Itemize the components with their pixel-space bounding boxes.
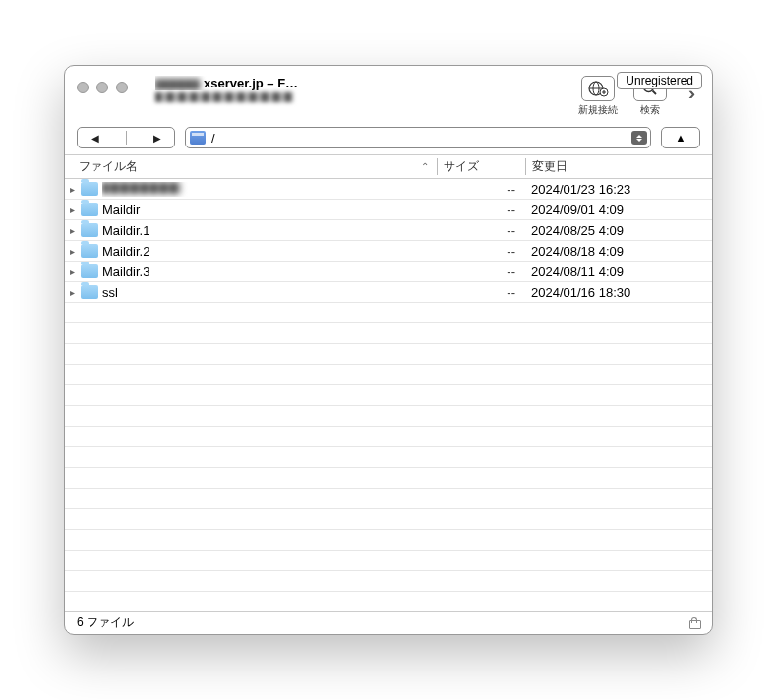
go-up-button[interactable]: ▲ xyxy=(661,127,700,148)
disclosure-triangle-icon[interactable]: ▸ xyxy=(65,225,79,236)
window-controls xyxy=(77,82,128,93)
empty-row xyxy=(65,344,712,365)
status-bar: 6 ファイル xyxy=(65,611,712,634)
empty-row xyxy=(65,323,712,344)
window-title: xserver.jp – F… xyxy=(155,76,567,90)
disclosure-triangle-icon[interactable]: ▸ xyxy=(65,246,79,257)
file-modified: 2024/01/23 16:23 xyxy=(525,182,712,197)
path-input[interactable]: / xyxy=(185,127,651,148)
file-modified: 2024/09/01 4:09 xyxy=(525,203,712,217)
nav-divider xyxy=(126,131,127,145)
file-row[interactable]: ▸ssl--2024/01/16 18:30 xyxy=(65,282,712,303)
folder-icon xyxy=(81,264,98,278)
folder-icon xyxy=(81,223,98,237)
path-dropdown-button[interactable] xyxy=(631,131,647,145)
disclosure-triangle-icon[interactable]: ▸ xyxy=(65,287,79,298)
file-modified: 2024/08/11 4:09 xyxy=(525,264,712,279)
file-name: ssl xyxy=(102,285,437,300)
column-header-modified[interactable]: 変更日 xyxy=(525,158,712,175)
new-connection-button[interactable]: 新規接続 xyxy=(574,76,622,117)
file-name: Maildir xyxy=(102,203,437,217)
file-row[interactable]: ▸Maildir.2--2024/08/18 4:09 xyxy=(65,241,712,262)
file-modified: 2024/01/16 18:30 xyxy=(525,285,712,300)
disk-icon xyxy=(190,131,206,145)
folder-icon xyxy=(81,182,98,196)
empty-row xyxy=(65,551,712,571)
folder-icon xyxy=(81,244,98,258)
file-size: -- xyxy=(437,182,525,197)
search-label: 検索 xyxy=(640,103,660,117)
empty-row xyxy=(65,406,712,427)
empty-row xyxy=(65,489,712,509)
disclosure-triangle-icon[interactable]: ▸ xyxy=(65,266,79,277)
file-name: Maildir.1 xyxy=(102,223,437,238)
folder-icon xyxy=(81,203,98,216)
empty-row xyxy=(65,509,712,530)
file-count-label: 6 ファイル xyxy=(77,614,134,631)
file-row[interactable]: ▸--2024/01/23 16:23 xyxy=(65,179,712,200)
empty-row xyxy=(65,365,712,385)
close-window-button[interactable] xyxy=(77,82,89,93)
file-list[interactable]: ▸--2024/01/23 16:23▸Maildir--2024/09/01 … xyxy=(65,179,712,611)
forward-button[interactable]: ▶ xyxy=(153,133,161,144)
history-nav: ◀ ▶ xyxy=(77,127,175,148)
file-modified: 2024/08/18 4:09 xyxy=(525,244,712,259)
file-row[interactable]: ▸Maildir--2024/09/01 4:09 xyxy=(65,200,712,220)
unregistered-badge: Unregistered xyxy=(617,72,702,89)
empty-row xyxy=(65,303,712,323)
globe-plus-icon xyxy=(581,76,615,101)
path-text: / xyxy=(211,131,215,146)
title-block: xserver.jp – F… xyxy=(155,76,567,104)
empty-row xyxy=(65,571,712,592)
sort-caret-icon: ⌃ xyxy=(421,161,429,172)
file-row[interactable]: ▸Maildir.3--2024/08/11 4:09 xyxy=(65,262,712,282)
column-header-name[interactable]: ファイル名 ⌃ xyxy=(65,158,437,175)
file-size: -- xyxy=(437,203,525,217)
column-header-size[interactable]: サイズ xyxy=(437,158,525,175)
ftp-window: xserver.jp – F… 新規接続 検索 ›› Unregistered … xyxy=(64,65,713,635)
disclosure-triangle-icon[interactable]: ▸ xyxy=(65,184,79,195)
svg-line-7 xyxy=(653,91,657,95)
back-button[interactable]: ◀ xyxy=(91,133,99,144)
zoom-window-button[interactable] xyxy=(116,82,128,93)
column-header-name-label: ファイル名 xyxy=(79,158,138,175)
file-modified: 2024/08/25 4:09 xyxy=(525,223,712,238)
title-suffix: xserver.jp – F… xyxy=(204,76,298,90)
empty-row xyxy=(65,592,712,611)
lock-icon xyxy=(688,617,700,629)
column-headers: ファイル名 ⌃ サイズ 変更日 xyxy=(65,154,712,179)
file-name: Maildir.3 xyxy=(102,264,437,279)
titlebar: xserver.jp – F… 新規接続 検索 ›› Unregistered xyxy=(65,66,712,123)
file-size: -- xyxy=(437,264,525,279)
navigation-bar: ◀ ▶ / ▲ xyxy=(65,123,712,154)
minimize-window-button[interactable] xyxy=(96,82,108,93)
file-size: -- xyxy=(437,244,525,259)
window-subtitle-redacted xyxy=(155,92,567,104)
file-size: -- xyxy=(437,285,525,300)
empty-row xyxy=(65,447,712,468)
empty-row xyxy=(65,468,712,489)
empty-row xyxy=(65,427,712,447)
file-name: Maildir.2 xyxy=(102,244,437,259)
empty-row xyxy=(65,385,712,406)
file-name xyxy=(102,182,437,197)
disclosure-triangle-icon[interactable]: ▸ xyxy=(65,204,79,215)
file-size: -- xyxy=(437,223,525,238)
title-redacted-prefix xyxy=(155,79,200,90)
empty-row xyxy=(65,530,712,551)
folder-icon xyxy=(81,285,98,299)
new-connection-label: 新規接続 xyxy=(578,103,618,117)
file-row[interactable]: ▸Maildir.1--2024/08/25 4:09 xyxy=(65,220,712,241)
